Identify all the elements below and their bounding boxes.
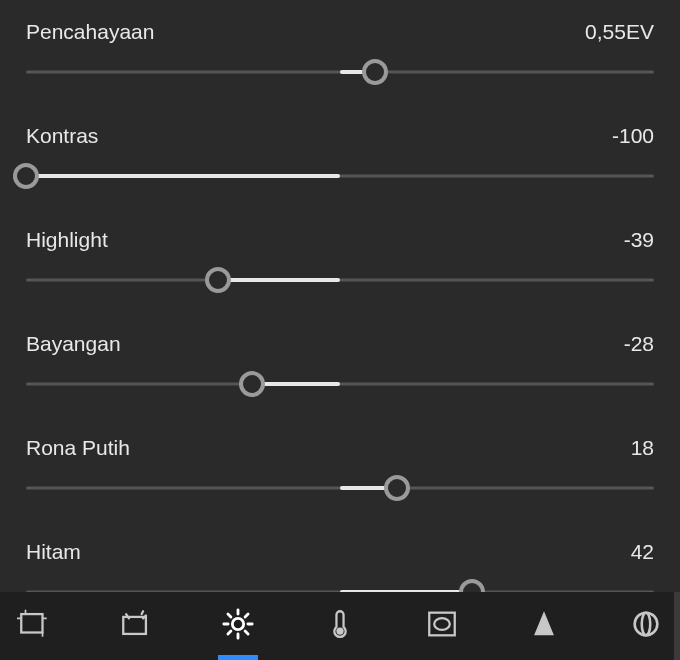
crop-icon bbox=[17, 607, 51, 645]
light-panel: Pencahayaan0,55EVKontras-100Highlight-39… bbox=[0, 0, 680, 606]
svg-rect-0 bbox=[21, 614, 42, 632]
svg-point-2 bbox=[232, 618, 243, 629]
slider-thumb-whites[interactable] bbox=[384, 475, 410, 501]
slider-value-highlight[interactable]: -39 bbox=[624, 228, 654, 252]
temp-icon bbox=[323, 607, 357, 645]
slider-label-blacks: Hitam bbox=[26, 540, 81, 564]
tool-light[interactable] bbox=[208, 592, 268, 660]
panel-edge bbox=[674, 592, 680, 660]
slider-highlight: Highlight-39 bbox=[26, 228, 654, 294]
slider-track-shadows[interactable] bbox=[26, 370, 654, 398]
tool-vignette[interactable] bbox=[412, 592, 472, 660]
slider-thumb-highlight[interactable] bbox=[205, 267, 231, 293]
slider-track-exposure[interactable] bbox=[26, 58, 654, 86]
slider-label-highlight: Highlight bbox=[26, 228, 108, 252]
light-icon bbox=[221, 607, 255, 645]
slider-thumb-shadows[interactable] bbox=[239, 371, 265, 397]
tool-optics[interactable] bbox=[616, 592, 676, 660]
slider-shadows: Bayangan-28 bbox=[26, 332, 654, 398]
svg-rect-1 bbox=[123, 617, 146, 634]
svg-point-6 bbox=[635, 613, 658, 636]
slider-track-contrast[interactable] bbox=[26, 162, 654, 190]
slider-contrast: Kontras-100 bbox=[26, 124, 654, 190]
sharpen-icon bbox=[527, 607, 561, 645]
slider-value-contrast[interactable]: -100 bbox=[612, 124, 654, 148]
slider-label-shadows: Bayangan bbox=[26, 332, 121, 356]
tool-temp[interactable] bbox=[310, 592, 370, 660]
slider-thumb-contrast[interactable] bbox=[13, 163, 39, 189]
bottom-toolbar bbox=[0, 592, 680, 660]
slider-exposure: Pencahayaan0,55EV bbox=[26, 20, 654, 86]
svg-point-7 bbox=[642, 613, 651, 636]
tool-auto[interactable] bbox=[106, 592, 166, 660]
slider-value-shadows[interactable]: -28 bbox=[624, 332, 654, 356]
slider-value-exposure[interactable]: 0,55EV bbox=[585, 20, 654, 44]
slider-value-blacks[interactable]: 42 bbox=[631, 540, 654, 564]
slider-thumb-exposure[interactable] bbox=[362, 59, 388, 85]
slider-whites: Rona Putih18 bbox=[26, 436, 654, 502]
tool-sharpen[interactable] bbox=[514, 592, 574, 660]
slider-value-whites[interactable]: 18 bbox=[631, 436, 654, 460]
optics-icon bbox=[629, 607, 663, 645]
svg-point-3 bbox=[337, 629, 342, 634]
slider-label-exposure: Pencahayaan bbox=[26, 20, 154, 44]
slider-label-contrast: Kontras bbox=[26, 124, 98, 148]
slider-label-whites: Rona Putih bbox=[26, 436, 130, 460]
svg-point-5 bbox=[434, 618, 450, 630]
auto-icon bbox=[119, 607, 153, 645]
tool-crop[interactable] bbox=[4, 592, 64, 660]
slider-track-highlight[interactable] bbox=[26, 266, 654, 294]
vignette-icon bbox=[425, 607, 459, 645]
slider-track-whites[interactable] bbox=[26, 474, 654, 502]
